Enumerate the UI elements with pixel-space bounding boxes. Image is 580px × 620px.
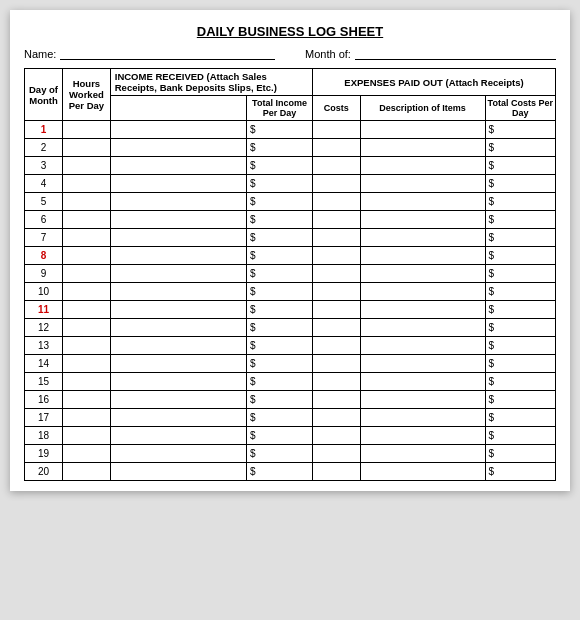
cell-costs — [312, 229, 360, 247]
cell-description — [360, 175, 485, 193]
cell-income — [110, 229, 246, 247]
table-row: 12$$ — [25, 319, 556, 337]
cell-hours — [63, 265, 111, 283]
cell-hours — [63, 175, 111, 193]
cell-total-costs: $ — [485, 157, 555, 175]
cell-day: 2 — [25, 139, 63, 157]
cell-hours — [63, 463, 111, 481]
cell-costs — [312, 175, 360, 193]
cell-hours — [63, 247, 111, 265]
cell-hours — [63, 283, 111, 301]
cell-description — [360, 337, 485, 355]
cell-day: 14 — [25, 355, 63, 373]
cell-total-income: $ — [247, 157, 313, 175]
cell-total-costs: $ — [485, 139, 555, 157]
cell-day: 7 — [25, 229, 63, 247]
cell-total-income: $ — [247, 193, 313, 211]
cell-total-costs: $ — [485, 373, 555, 391]
table-row: 14$$ — [25, 355, 556, 373]
cell-day: 3 — [25, 157, 63, 175]
cell-description — [360, 283, 485, 301]
cell-costs — [312, 157, 360, 175]
cell-costs — [312, 373, 360, 391]
cell-income — [110, 373, 246, 391]
name-row: Name: Month of: — [24, 47, 556, 60]
cell-description — [360, 463, 485, 481]
cell-day: 18 — [25, 427, 63, 445]
table-row: 16$$ — [25, 391, 556, 409]
month-label: Month of: — [305, 48, 351, 60]
cell-costs — [312, 193, 360, 211]
cell-total-costs: $ — [485, 121, 555, 139]
header-day-month: Day of Month — [25, 69, 63, 121]
cell-total-income: $ — [247, 247, 313, 265]
cell-income — [110, 121, 246, 139]
cell-income — [110, 337, 246, 355]
table-row: 3$$ — [25, 157, 556, 175]
cell-income — [110, 157, 246, 175]
header-income-received: INCOME RECEIVED (Attach Sales Receipts, … — [110, 69, 312, 96]
cell-description — [360, 121, 485, 139]
cell-day: 12 — [25, 319, 63, 337]
cell-day: 13 — [25, 337, 63, 355]
cell-day: 5 — [25, 193, 63, 211]
cell-costs — [312, 139, 360, 157]
cell-total-costs: $ — [485, 193, 555, 211]
cell-day: 15 — [25, 373, 63, 391]
table-row: 20$$ — [25, 463, 556, 481]
header-desc-items: Description of Items — [360, 96, 485, 121]
cell-hours — [63, 157, 111, 175]
cell-income — [110, 301, 246, 319]
table-row: 17$$ — [25, 409, 556, 427]
cell-hours — [63, 193, 111, 211]
cell-hours — [63, 139, 111, 157]
cell-description — [360, 193, 485, 211]
cell-description — [360, 427, 485, 445]
name-label: Name: — [24, 48, 56, 60]
cell-total-income: $ — [247, 373, 313, 391]
cell-description — [360, 391, 485, 409]
cell-hours — [63, 391, 111, 409]
cell-hours — [63, 301, 111, 319]
cell-description — [360, 229, 485, 247]
cell-income — [110, 445, 246, 463]
cell-costs — [312, 427, 360, 445]
cell-total-income: $ — [247, 409, 313, 427]
cell-total-income: $ — [247, 301, 313, 319]
cell-income — [110, 283, 246, 301]
cell-total-costs: $ — [485, 247, 555, 265]
cell-total-costs: $ — [485, 409, 555, 427]
table-row: 11$$ — [25, 301, 556, 319]
page-title: DAILY BUSINESS LOG SHEET — [24, 24, 556, 39]
cell-hours — [63, 445, 111, 463]
cell-total-income: $ — [247, 283, 313, 301]
cell-description — [360, 409, 485, 427]
cell-hours — [63, 373, 111, 391]
header-costs: Costs — [312, 96, 360, 121]
cell-description — [360, 265, 485, 283]
table-row: 8$$ — [25, 247, 556, 265]
cell-total-income: $ — [247, 337, 313, 355]
cell-total-costs: $ — [485, 283, 555, 301]
cell-description — [360, 319, 485, 337]
cell-costs — [312, 319, 360, 337]
table-row: 6$$ — [25, 211, 556, 229]
cell-hours — [63, 121, 111, 139]
cell-description — [360, 139, 485, 157]
cell-day: 9 — [25, 265, 63, 283]
name-input[interactable] — [60, 47, 275, 60]
cell-total-costs: $ — [485, 211, 555, 229]
month-input[interactable] — [355, 47, 556, 60]
table-row: 5$$ — [25, 193, 556, 211]
cell-total-costs: $ — [485, 463, 555, 481]
cell-total-income: $ — [247, 319, 313, 337]
cell-total-income: $ — [247, 229, 313, 247]
table-row: 13$$ — [25, 337, 556, 355]
cell-income — [110, 409, 246, 427]
cell-day: 1 — [25, 121, 63, 139]
cell-day: 20 — [25, 463, 63, 481]
cell-total-income: $ — [247, 121, 313, 139]
table-row: 7$$ — [25, 229, 556, 247]
cell-total-income: $ — [247, 265, 313, 283]
cell-description — [360, 211, 485, 229]
